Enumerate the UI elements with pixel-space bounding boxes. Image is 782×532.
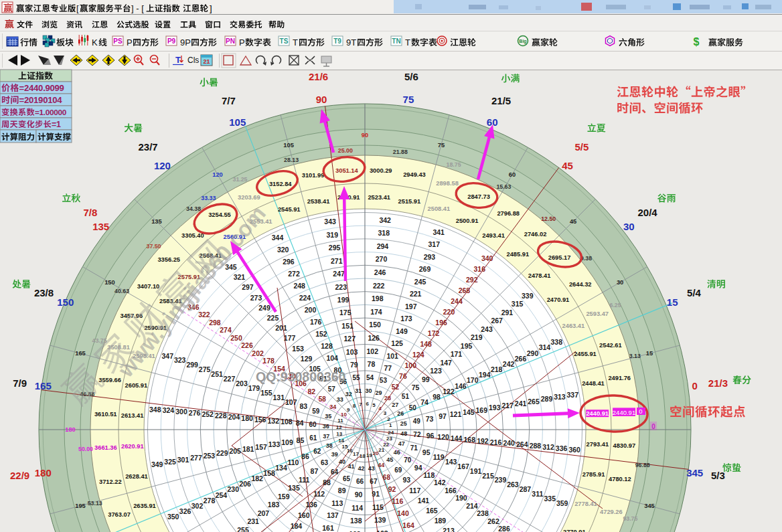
svg-text:293: 293 — [424, 253, 436, 261]
svg-text:52: 52 — [392, 383, 400, 391]
svg-text:161: 161 — [322, 524, 334, 532]
svg-text:60: 60 — [509, 171, 516, 178]
svg-text:163: 163 — [376, 529, 388, 532]
svg-text:3203.69: 3203.69 — [238, 194, 260, 201]
svg-text:110: 110 — [287, 458, 299, 466]
svg-text:120: 120 — [154, 160, 171, 171]
svg-text:15.63: 15.63 — [496, 183, 511, 190]
svg-text:360: 360 — [568, 446, 580, 454]
svg-text:69: 69 — [394, 466, 402, 474]
svg-text:5: 5 — [372, 402, 376, 408]
svg-text:27: 27 — [392, 402, 398, 408]
svg-text:PS: PS — [113, 37, 123, 45]
svg-text:269: 269 — [419, 265, 431, 273]
svg-text:7/7: 7/7 — [222, 95, 236, 106]
svg-text:17: 17 — [353, 451, 359, 457]
svg-text:21.88: 21.88 — [393, 149, 408, 155]
svg-text:242: 242 — [503, 360, 515, 368]
svg-text:75: 75 — [403, 94, 414, 105]
svg-text:19: 19 — [366, 452, 372, 458]
svg-text:26: 26 — [397, 410, 404, 417]
svg-text:247: 247 — [333, 270, 345, 278]
svg-text:72: 72 — [413, 431, 421, 438]
svg-text:122: 122 — [443, 387, 455, 395]
svg-text:2770.91: 2770.91 — [563, 529, 586, 532]
svg-text:2455.91: 2455.91 — [574, 351, 597, 357]
svg-text:95: 95 — [422, 448, 431, 456]
svg-text:198: 198 — [372, 294, 384, 302]
svg-text:2500.91: 2500.91 — [456, 217, 479, 224]
svg-text:6.25: 6.25 — [610, 302, 621, 308]
svg-text:111: 111 — [299, 476, 310, 484]
svg-text:0: 0 — [692, 380, 698, 391]
svg-text:190: 190 — [455, 494, 467, 502]
svg-text:4729.26: 4729.26 — [600, 509, 623, 515]
svg-text:202: 202 — [252, 349, 264, 357]
svg-text:2538.41: 2538.41 — [307, 198, 330, 205]
svg-text:[: [ — [76, 3, 79, 13]
svg-text:146: 146 — [455, 382, 467, 390]
svg-text:300: 300 — [175, 408, 187, 416]
svg-text:226: 226 — [241, 341, 253, 349]
svg-text:264: 264 — [516, 440, 528, 448]
svg-text:30: 30 — [366, 387, 372, 394]
svg-text:218: 218 — [491, 365, 503, 373]
svg-text:338: 338 — [551, 338, 563, 346]
svg-text:28.13: 28.13 — [284, 157, 299, 163]
svg-text:272: 272 — [288, 270, 300, 278]
svg-text:=1.00000: =1.00000 — [35, 108, 67, 117]
svg-text:64: 64 — [331, 468, 339, 476]
svg-text:182: 182 — [251, 474, 263, 482]
svg-text:36: 36 — [323, 423, 329, 430]
svg-text:140: 140 — [397, 509, 409, 517]
svg-text:192: 192 — [477, 437, 489, 445]
svg-text:201: 201 — [275, 324, 287, 332]
svg-text:153: 153 — [292, 345, 304, 353]
svg-text:156: 156 — [254, 416, 266, 424]
svg-text:302: 302 — [191, 502, 204, 510]
svg-text:292: 292 — [466, 276, 478, 284]
svg-text:315: 315 — [512, 300, 524, 308]
svg-text:191: 191 — [470, 467, 482, 475]
svg-text:2440.91: 2440.91 — [586, 410, 609, 417]
svg-text:67: 67 — [370, 478, 378, 485]
svg-text:2440.91: 2440.91 — [613, 409, 635, 416]
svg-text:311: 311 — [532, 490, 543, 498]
svg-text:=20190104: =20190104 — [19, 95, 63, 105]
svg-text:2593.47: 2593.47 — [586, 311, 609, 317]
svg-text:180: 180 — [35, 467, 52, 478]
svg-text:276: 276 — [189, 409, 201, 417]
svg-text:K: K — [92, 37, 98, 48]
svg-text:58: 58 — [319, 395, 327, 403]
svg-text:5/6: 5/6 — [404, 71, 418, 82]
svg-text:207: 207 — [258, 509, 270, 517]
svg-text:317: 317 — [428, 240, 441, 248]
svg-text:40: 40 — [339, 458, 345, 465]
svg-text:25.00: 25.00 — [338, 147, 353, 154]
svg-text:2542.61: 2542.61 — [599, 342, 622, 349]
svg-text:9T: 9T — [346, 37, 356, 48]
svg-text:71: 71 — [410, 444, 418, 452]
svg-text:220: 220 — [443, 308, 455, 316]
svg-text:54: 54 — [366, 374, 374, 381]
svg-text:359: 359 — [556, 499, 568, 507]
svg-text:3101.99: 3101.99 — [302, 172, 325, 179]
svg-text:117: 117 — [409, 486, 420, 495]
svg-text:0: 0 — [639, 408, 642, 415]
svg-text:166: 166 — [445, 486, 457, 495]
svg-text:3: 3 — [384, 410, 387, 416]
svg-text:PN: PN — [226, 37, 235, 45]
svg-text:3407.10: 3407.10 — [137, 283, 160, 290]
svg-text:245: 245 — [414, 278, 426, 286]
svg-text:323: 323 — [174, 356, 186, 364]
svg-text:199: 199 — [337, 296, 349, 304]
svg-text:274: 274 — [220, 326, 232, 334]
svg-text:76: 76 — [399, 372, 407, 380]
svg-text:263: 263 — [507, 480, 519, 489]
svg-text:227: 227 — [224, 375, 236, 383]
svg-text:21/3: 21/3 — [708, 377, 728, 389]
svg-text:9: 9 — [347, 407, 350, 413]
svg-text:2: 2 — [387, 416, 390, 422]
svg-text:78: 78 — [368, 360, 376, 368]
svg-text:225: 225 — [267, 314, 279, 322]
